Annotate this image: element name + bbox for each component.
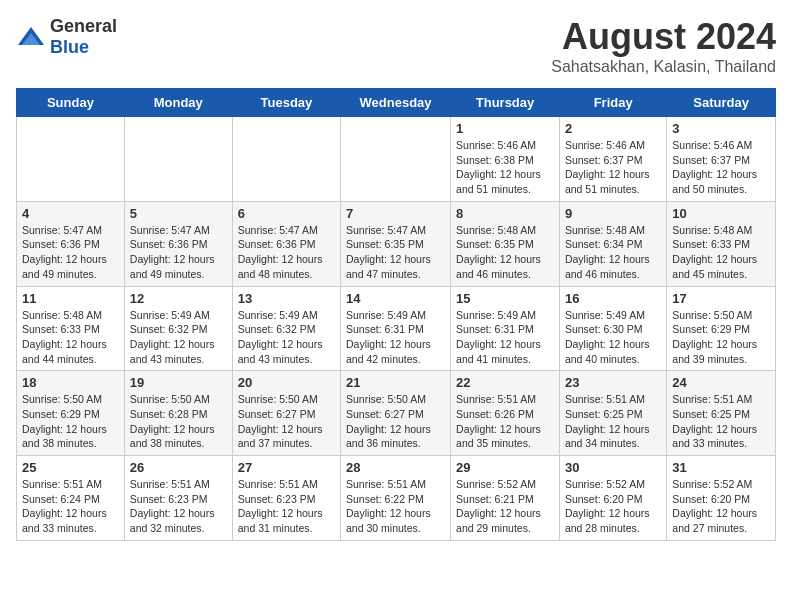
calendar-week-1: 1Sunrise: 5:46 AMSunset: 6:38 PMDaylight… [17,117,776,202]
day-info: Sunrise: 5:51 AMSunset: 6:22 PMDaylight:… [346,477,445,536]
day-info: Sunrise: 5:48 AMSunset: 6:33 PMDaylight:… [22,308,119,367]
calendar-cell: 10Sunrise: 5:48 AMSunset: 6:33 PMDayligh… [667,201,776,286]
weekday-header-friday: Friday [559,89,666,117]
calendar-cell: 18Sunrise: 5:50 AMSunset: 6:29 PMDayligh… [17,371,125,456]
day-number: 8 [456,206,554,221]
day-number: 6 [238,206,335,221]
calendar-week-5: 25Sunrise: 5:51 AMSunset: 6:24 PMDayligh… [17,456,776,541]
day-number: 13 [238,291,335,306]
calendar-cell: 4Sunrise: 5:47 AMSunset: 6:36 PMDaylight… [17,201,125,286]
day-number: 4 [22,206,119,221]
day-number: 22 [456,375,554,390]
header: General Blue August 2024 Sahatsakhan, Ka… [16,16,776,76]
day-number: 25 [22,460,119,475]
calendar-cell: 31Sunrise: 5:52 AMSunset: 6:20 PMDayligh… [667,456,776,541]
day-info: Sunrise: 5:51 AMSunset: 6:24 PMDaylight:… [22,477,119,536]
calendar-cell: 2Sunrise: 5:46 AMSunset: 6:37 PMDaylight… [559,117,666,202]
day-number: 24 [672,375,770,390]
weekday-header-wednesday: Wednesday [341,89,451,117]
day-info: Sunrise: 5:48 AMSunset: 6:35 PMDaylight:… [456,223,554,282]
calendar-cell: 7Sunrise: 5:47 AMSunset: 6:35 PMDaylight… [341,201,451,286]
calendar-cell: 1Sunrise: 5:46 AMSunset: 6:38 PMDaylight… [451,117,560,202]
day-info: Sunrise: 5:47 AMSunset: 6:36 PMDaylight:… [238,223,335,282]
calendar-cell: 11Sunrise: 5:48 AMSunset: 6:33 PMDayligh… [17,286,125,371]
day-number: 26 [130,460,227,475]
day-info: Sunrise: 5:48 AMSunset: 6:34 PMDaylight:… [565,223,661,282]
calendar-cell: 21Sunrise: 5:50 AMSunset: 6:27 PMDayligh… [341,371,451,456]
day-info: Sunrise: 5:47 AMSunset: 6:36 PMDaylight:… [130,223,227,282]
calendar-cell: 3Sunrise: 5:46 AMSunset: 6:37 PMDaylight… [667,117,776,202]
day-info: Sunrise: 5:52 AMSunset: 6:21 PMDaylight:… [456,477,554,536]
calendar-cell: 9Sunrise: 5:48 AMSunset: 6:34 PMDaylight… [559,201,666,286]
calendar-cell: 12Sunrise: 5:49 AMSunset: 6:32 PMDayligh… [124,286,232,371]
day-number: 30 [565,460,661,475]
day-number: 29 [456,460,554,475]
weekday-header-sunday: Sunday [17,89,125,117]
calendar-cell: 6Sunrise: 5:47 AMSunset: 6:36 PMDaylight… [232,201,340,286]
day-info: Sunrise: 5:50 AMSunset: 6:29 PMDaylight:… [22,392,119,451]
day-info: Sunrise: 5:51 AMSunset: 6:25 PMDaylight:… [565,392,661,451]
calendar-cell: 15Sunrise: 5:49 AMSunset: 6:31 PMDayligh… [451,286,560,371]
calendar-week-2: 4Sunrise: 5:47 AMSunset: 6:36 PMDaylight… [17,201,776,286]
logo: General Blue [16,16,117,58]
day-number: 18 [22,375,119,390]
weekday-header-saturday: Saturday [667,89,776,117]
calendar-cell: 28Sunrise: 5:51 AMSunset: 6:22 PMDayligh… [341,456,451,541]
calendar-cell: 29Sunrise: 5:52 AMSunset: 6:21 PMDayligh… [451,456,560,541]
calendar-cell: 22Sunrise: 5:51 AMSunset: 6:26 PMDayligh… [451,371,560,456]
day-number: 9 [565,206,661,221]
calendar-week-3: 11Sunrise: 5:48 AMSunset: 6:33 PMDayligh… [17,286,776,371]
calendar-cell [17,117,125,202]
calendar-cell: 19Sunrise: 5:50 AMSunset: 6:28 PMDayligh… [124,371,232,456]
title-area: August 2024 Sahatsakhan, Kalasin, Thaila… [551,16,776,76]
day-info: Sunrise: 5:49 AMSunset: 6:32 PMDaylight:… [238,308,335,367]
day-number: 21 [346,375,445,390]
day-info: Sunrise: 5:51 AMSunset: 6:23 PMDaylight:… [238,477,335,536]
day-number: 31 [672,460,770,475]
day-number: 14 [346,291,445,306]
weekday-header-monday: Monday [124,89,232,117]
day-info: Sunrise: 5:47 AMSunset: 6:35 PMDaylight:… [346,223,445,282]
calendar-cell: 16Sunrise: 5:49 AMSunset: 6:30 PMDayligh… [559,286,666,371]
day-number: 19 [130,375,227,390]
calendar-table: SundayMondayTuesdayWednesdayThursdayFrid… [16,88,776,541]
weekday-header-tuesday: Tuesday [232,89,340,117]
logo-icon [16,25,46,49]
calendar-cell: 8Sunrise: 5:48 AMSunset: 6:35 PMDaylight… [451,201,560,286]
day-number: 23 [565,375,661,390]
day-info: Sunrise: 5:52 AMSunset: 6:20 PMDaylight:… [565,477,661,536]
day-number: 17 [672,291,770,306]
day-info: Sunrise: 5:48 AMSunset: 6:33 PMDaylight:… [672,223,770,282]
day-number: 11 [22,291,119,306]
day-info: Sunrise: 5:52 AMSunset: 6:20 PMDaylight:… [672,477,770,536]
day-info: Sunrise: 5:50 AMSunset: 6:28 PMDaylight:… [130,392,227,451]
day-info: Sunrise: 5:49 AMSunset: 6:30 PMDaylight:… [565,308,661,367]
day-number: 10 [672,206,770,221]
day-number: 2 [565,121,661,136]
day-info: Sunrise: 5:50 AMSunset: 6:27 PMDaylight:… [346,392,445,451]
calendar-cell: 14Sunrise: 5:49 AMSunset: 6:31 PMDayligh… [341,286,451,371]
calendar-cell: 30Sunrise: 5:52 AMSunset: 6:20 PMDayligh… [559,456,666,541]
day-info: Sunrise: 5:51 AMSunset: 6:26 PMDaylight:… [456,392,554,451]
weekday-header-row: SundayMondayTuesdayWednesdayThursdayFrid… [17,89,776,117]
day-number: 20 [238,375,335,390]
day-number: 1 [456,121,554,136]
calendar-cell [232,117,340,202]
day-info: Sunrise: 5:49 AMSunset: 6:31 PMDaylight:… [346,308,445,367]
calendar-cell: 5Sunrise: 5:47 AMSunset: 6:36 PMDaylight… [124,201,232,286]
day-info: Sunrise: 5:49 AMSunset: 6:32 PMDaylight:… [130,308,227,367]
day-info: Sunrise: 5:49 AMSunset: 6:31 PMDaylight:… [456,308,554,367]
day-info: Sunrise: 5:47 AMSunset: 6:36 PMDaylight:… [22,223,119,282]
day-info: Sunrise: 5:51 AMSunset: 6:23 PMDaylight:… [130,477,227,536]
calendar-title: August 2024 [551,16,776,58]
day-number: 16 [565,291,661,306]
weekday-header-thursday: Thursday [451,89,560,117]
day-info: Sunrise: 5:50 AMSunset: 6:29 PMDaylight:… [672,308,770,367]
calendar-cell: 20Sunrise: 5:50 AMSunset: 6:27 PMDayligh… [232,371,340,456]
day-info: Sunrise: 5:46 AMSunset: 6:37 PMDaylight:… [565,138,661,197]
logo-blue: Blue [50,37,89,57]
calendar-cell [124,117,232,202]
day-number: 28 [346,460,445,475]
day-number: 27 [238,460,335,475]
logo-text: General Blue [50,16,117,58]
